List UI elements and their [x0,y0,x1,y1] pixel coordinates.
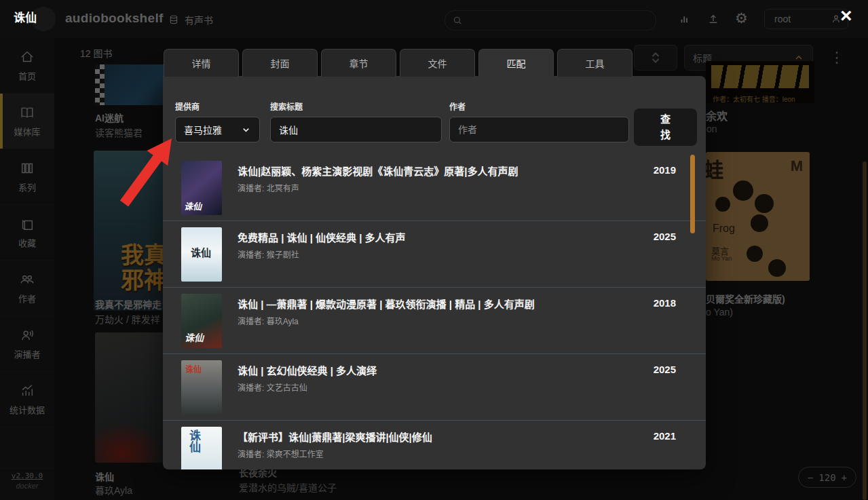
modal-item-title: 诛仙 [14,8,37,25]
match-result-row[interactable]: 诛仙 诛仙 | —萧鼎著 | 爆款动漫原著 | 暮玖领衔演播 | 精品 | 多人… [163,288,706,354]
search-title-label: 搜索标题 [270,100,442,112]
modal-tabs: 详情 封面 章节 文件 匹配 工具 [164,49,633,77]
author-input[interactable] [449,117,629,142]
app-root: audiobookshelf 有声书 ⚙ root 首页 媒体库 [0,0,868,500]
result-meta: 免费精品 | 诛仙 | 仙侠经典 | 多人有声 演播者: 猴子剧社 [238,230,641,260]
result-cover: 诛仙 [181,161,222,215]
result-cover: 诛仙 [181,227,222,282]
cover-art-text: 诛仙 [185,363,202,374]
result-year: 2025 [654,231,676,242]
search-button[interactable]: 查找 [634,109,697,146]
tab-files[interactable]: 文件 [400,49,475,77]
result-year: 2021 [654,430,676,442]
result-meta: 诛仙|赵丽颖、杨紫主演影视剧《诛仙青云志》原著|多人有声剧 演播者: 北冥有声 [238,164,641,193]
result-title: 诛仙 | 玄幻仙侠经典 | 多人演绎 [238,363,641,377]
match-results-list: 诛仙 诛仙|赵丽颖、杨紫主演影视剧《诛仙青云志》原著|多人有声剧 演播者: 北冥… [163,155,706,469]
author-label: 作者 [449,100,629,112]
result-cover: 诛仙 [181,360,222,415]
provider-label: 提供商 [175,100,260,112]
provider-field-group: 提供商 喜马拉雅 [175,100,260,142]
tab-cover[interactable]: 封面 [242,49,318,77]
author-field-group: 作者 [449,100,629,142]
tab-details[interactable]: 详情 [164,49,239,77]
search-title-field-group: 搜索标题 [270,100,442,142]
result-title: 诛仙 | —萧鼎著 | 爆款动漫原著 | 暮玖领衔演播 | 精品 | 多人有声剧 [238,296,641,311]
result-meta: 诛仙 | 玄幻仙侠经典 | 多人演绎 演播者: 文艺古古仙 [238,363,641,393]
results-scrollbar[interactable] [690,155,695,233]
tab-tools[interactable]: 工具 [557,49,633,77]
match-result-row[interactable]: 诛仙 【新评书】诛仙|萧鼎著|梁爽播讲|仙侠|修仙 演播者: 梁爽不想工作室 2… [163,421,706,469]
cover-art-text: 诛仙 [184,199,202,212]
close-icon[interactable]: × [840,5,852,26]
provider-value: 喜马拉雅 [184,123,222,136]
result-meta: 诛仙 | —萧鼎著 | 爆款动漫原著 | 暮玖领衔演播 | 精品 | 多人有声剧… [238,296,641,326]
result-title: 诛仙|赵丽颖、杨紫主演影视剧《诛仙青云志》原著|多人有声剧 [238,164,641,178]
result-cover: 诛仙 [181,427,222,469]
provider-select[interactable]: 喜马拉雅 [175,117,260,142]
result-year: 2018 [654,297,676,309]
result-narrator: 演播者: 猴子剧社 [238,248,641,260]
result-narrator: 演播者: 北冥有声 [238,182,641,193]
cover-art-text: 诛仙 [185,429,202,453]
match-result-row[interactable]: 诛仙 免费精品 | 诛仙 | 仙侠经典 | 多人有声 演播者: 猴子剧社 202… [163,221,706,288]
search-title-input[interactable] [270,117,442,142]
match-result-row[interactable]: 诛仙 诛仙 | 玄幻仙侠经典 | 多人演绎 演播者: 文艺古古仙 2025 [163,354,706,421]
result-narrator: 演播者: 暮玖Ayla [238,315,641,326]
tab-chapters[interactable]: 章节 [321,49,396,77]
match-panel: 提供商 喜马拉雅 搜索标题 作者 查找 诛仙 诛仙|赵丽颖、杨紫主演影视剧《诛仙… [163,76,706,469]
result-narrator: 演播者: 文艺古古仙 [238,381,641,393]
match-result-row[interactable]: 诛仙 诛仙|赵丽颖、杨紫主演影视剧《诛仙青云志》原著|多人有声剧 演播者: 北冥… [163,155,706,221]
result-narrator: 演播者: 梁爽不想工作室 [238,448,641,459]
result-title: 【新评书】诛仙|萧鼎著|梁爽播讲|仙侠|修仙 [238,429,641,444]
result-meta: 【新评书】诛仙|萧鼎著|梁爽播讲|仙侠|修仙 演播者: 梁爽不想工作室 [238,429,641,459]
cover-art-text: 诛仙 [185,330,204,344]
result-year: 2025 [654,364,676,375]
result-cover: 诛仙 [181,294,222,348]
tab-match[interactable]: 匹配 [478,49,554,77]
result-title: 免费精品 | 诛仙 | 仙侠经典 | 多人有声 [238,230,641,244]
chevron-down-icon [241,125,251,135]
result-year: 2019 [654,164,676,176]
cover-art-text: 诛仙 [191,245,211,259]
